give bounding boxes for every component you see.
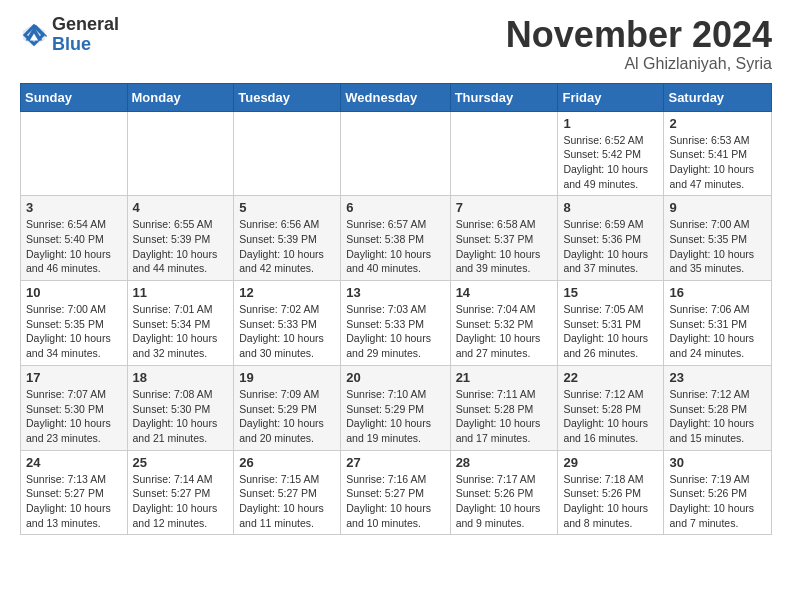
day-number: 11 xyxy=(133,285,229,300)
day-number: 18 xyxy=(133,370,229,385)
table-row: 29Sunrise: 7:18 AMSunset: 5:26 PMDayligh… xyxy=(558,450,664,535)
page: General Blue November 2024 Al Ghizlaniya… xyxy=(0,0,792,550)
logo-general-text: General xyxy=(52,15,119,35)
day-number: 28 xyxy=(456,455,553,470)
day-info: Sunrise: 6:56 AMSunset: 5:39 PMDaylight:… xyxy=(239,217,335,276)
day-info: Sunrise: 7:12 AMSunset: 5:28 PMDaylight:… xyxy=(563,387,658,446)
table-row: 24Sunrise: 7:13 AMSunset: 5:27 PMDayligh… xyxy=(21,450,128,535)
day-info: Sunrise: 6:58 AMSunset: 5:37 PMDaylight:… xyxy=(456,217,553,276)
day-info: Sunrise: 7:12 AMSunset: 5:28 PMDaylight:… xyxy=(669,387,766,446)
day-number: 19 xyxy=(239,370,335,385)
table-row: 27Sunrise: 7:16 AMSunset: 5:27 PMDayligh… xyxy=(341,450,450,535)
day-number: 16 xyxy=(669,285,766,300)
day-info: Sunrise: 6:53 AMSunset: 5:41 PMDaylight:… xyxy=(669,133,766,192)
table-row: 17Sunrise: 7:07 AMSunset: 5:30 PMDayligh… xyxy=(21,365,128,450)
day-info: Sunrise: 7:03 AMSunset: 5:33 PMDaylight:… xyxy=(346,302,444,361)
table-row: 16Sunrise: 7:06 AMSunset: 5:31 PMDayligh… xyxy=(664,281,772,366)
title-month: November 2024 xyxy=(506,15,772,55)
calendar-row: 10Sunrise: 7:00 AMSunset: 5:35 PMDayligh… xyxy=(21,281,772,366)
day-info: Sunrise: 7:18 AMSunset: 5:26 PMDaylight:… xyxy=(563,472,658,531)
table-row: 5Sunrise: 6:56 AMSunset: 5:39 PMDaylight… xyxy=(234,196,341,281)
day-info: Sunrise: 6:59 AMSunset: 5:36 PMDaylight:… xyxy=(563,217,658,276)
title-location: Al Ghizlaniyah, Syria xyxy=(506,55,772,73)
day-info: Sunrise: 7:00 AMSunset: 5:35 PMDaylight:… xyxy=(26,302,122,361)
logo-blue-text: Blue xyxy=(52,35,119,55)
day-number: 5 xyxy=(239,200,335,215)
day-info: Sunrise: 7:16 AMSunset: 5:27 PMDaylight:… xyxy=(346,472,444,531)
col-wednesday: Wednesday xyxy=(341,83,450,111)
day-number: 22 xyxy=(563,370,658,385)
day-number: 13 xyxy=(346,285,444,300)
day-number: 15 xyxy=(563,285,658,300)
table-row: 4Sunrise: 6:55 AMSunset: 5:39 PMDaylight… xyxy=(127,196,234,281)
calendar-row: 3Sunrise: 6:54 AMSunset: 5:40 PMDaylight… xyxy=(21,196,772,281)
table-row: 25Sunrise: 7:14 AMSunset: 5:27 PMDayligh… xyxy=(127,450,234,535)
table-row xyxy=(234,111,341,196)
day-info: Sunrise: 7:06 AMSunset: 5:31 PMDaylight:… xyxy=(669,302,766,361)
day-number: 10 xyxy=(26,285,122,300)
table-row: 19Sunrise: 7:09 AMSunset: 5:29 PMDayligh… xyxy=(234,365,341,450)
calendar-header-row: Sunday Monday Tuesday Wednesday Thursday… xyxy=(21,83,772,111)
calendar-row: 1Sunrise: 6:52 AMSunset: 5:42 PMDaylight… xyxy=(21,111,772,196)
day-number: 17 xyxy=(26,370,122,385)
day-info: Sunrise: 7:01 AMSunset: 5:34 PMDaylight:… xyxy=(133,302,229,361)
day-info: Sunrise: 7:17 AMSunset: 5:26 PMDaylight:… xyxy=(456,472,553,531)
table-row: 10Sunrise: 7:00 AMSunset: 5:35 PMDayligh… xyxy=(21,281,128,366)
table-row: 8Sunrise: 6:59 AMSunset: 5:36 PMDaylight… xyxy=(558,196,664,281)
col-monday: Monday xyxy=(127,83,234,111)
day-number: 26 xyxy=(239,455,335,470)
day-info: Sunrise: 7:08 AMSunset: 5:30 PMDaylight:… xyxy=(133,387,229,446)
calendar-row: 24Sunrise: 7:13 AMSunset: 5:27 PMDayligh… xyxy=(21,450,772,535)
table-row: 11Sunrise: 7:01 AMSunset: 5:34 PMDayligh… xyxy=(127,281,234,366)
calendar-table: Sunday Monday Tuesday Wednesday Thursday… xyxy=(20,83,772,536)
calendar-row: 17Sunrise: 7:07 AMSunset: 5:30 PMDayligh… xyxy=(21,365,772,450)
logo-icon xyxy=(20,21,48,49)
day-info: Sunrise: 7:13 AMSunset: 5:27 PMDaylight:… xyxy=(26,472,122,531)
table-row xyxy=(341,111,450,196)
day-number: 7 xyxy=(456,200,553,215)
day-number: 29 xyxy=(563,455,658,470)
table-row: 21Sunrise: 7:11 AMSunset: 5:28 PMDayligh… xyxy=(450,365,558,450)
col-saturday: Saturday xyxy=(664,83,772,111)
col-sunday: Sunday xyxy=(21,83,128,111)
day-info: Sunrise: 6:52 AMSunset: 5:42 PMDaylight:… xyxy=(563,133,658,192)
logo-text: General Blue xyxy=(52,15,119,55)
day-info: Sunrise: 7:19 AMSunset: 5:26 PMDaylight:… xyxy=(669,472,766,531)
table-row: 1Sunrise: 6:52 AMSunset: 5:42 PMDaylight… xyxy=(558,111,664,196)
day-number: 20 xyxy=(346,370,444,385)
day-number: 14 xyxy=(456,285,553,300)
col-friday: Friday xyxy=(558,83,664,111)
table-row: 6Sunrise: 6:57 AMSunset: 5:38 PMDaylight… xyxy=(341,196,450,281)
day-number: 27 xyxy=(346,455,444,470)
table-row xyxy=(450,111,558,196)
day-number: 8 xyxy=(563,200,658,215)
day-info: Sunrise: 7:14 AMSunset: 5:27 PMDaylight:… xyxy=(133,472,229,531)
day-number: 3 xyxy=(26,200,122,215)
day-info: Sunrise: 7:02 AMSunset: 5:33 PMDaylight:… xyxy=(239,302,335,361)
day-info: Sunrise: 7:15 AMSunset: 5:27 PMDaylight:… xyxy=(239,472,335,531)
table-row: 26Sunrise: 7:15 AMSunset: 5:27 PMDayligh… xyxy=(234,450,341,535)
day-number: 24 xyxy=(26,455,122,470)
day-number: 4 xyxy=(133,200,229,215)
day-number: 9 xyxy=(669,200,766,215)
day-info: Sunrise: 7:09 AMSunset: 5:29 PMDaylight:… xyxy=(239,387,335,446)
logo: General Blue xyxy=(20,15,119,55)
table-row: 28Sunrise: 7:17 AMSunset: 5:26 PMDayligh… xyxy=(450,450,558,535)
title-block: November 2024 Al Ghizlaniyah, Syria xyxy=(506,15,772,73)
day-number: 21 xyxy=(456,370,553,385)
day-info: Sunrise: 6:55 AMSunset: 5:39 PMDaylight:… xyxy=(133,217,229,276)
table-row: 20Sunrise: 7:10 AMSunset: 5:29 PMDayligh… xyxy=(341,365,450,450)
table-row: 3Sunrise: 6:54 AMSunset: 5:40 PMDaylight… xyxy=(21,196,128,281)
day-info: Sunrise: 6:54 AMSunset: 5:40 PMDaylight:… xyxy=(26,217,122,276)
day-info: Sunrise: 6:57 AMSunset: 5:38 PMDaylight:… xyxy=(346,217,444,276)
day-info: Sunrise: 7:04 AMSunset: 5:32 PMDaylight:… xyxy=(456,302,553,361)
col-thursday: Thursday xyxy=(450,83,558,111)
day-info: Sunrise: 7:05 AMSunset: 5:31 PMDaylight:… xyxy=(563,302,658,361)
col-tuesday: Tuesday xyxy=(234,83,341,111)
table-row: 23Sunrise: 7:12 AMSunset: 5:28 PMDayligh… xyxy=(664,365,772,450)
day-info: Sunrise: 7:00 AMSunset: 5:35 PMDaylight:… xyxy=(669,217,766,276)
day-number: 25 xyxy=(133,455,229,470)
table-row xyxy=(127,111,234,196)
day-number: 2 xyxy=(669,116,766,131)
table-row: 2Sunrise: 6:53 AMSunset: 5:41 PMDaylight… xyxy=(664,111,772,196)
